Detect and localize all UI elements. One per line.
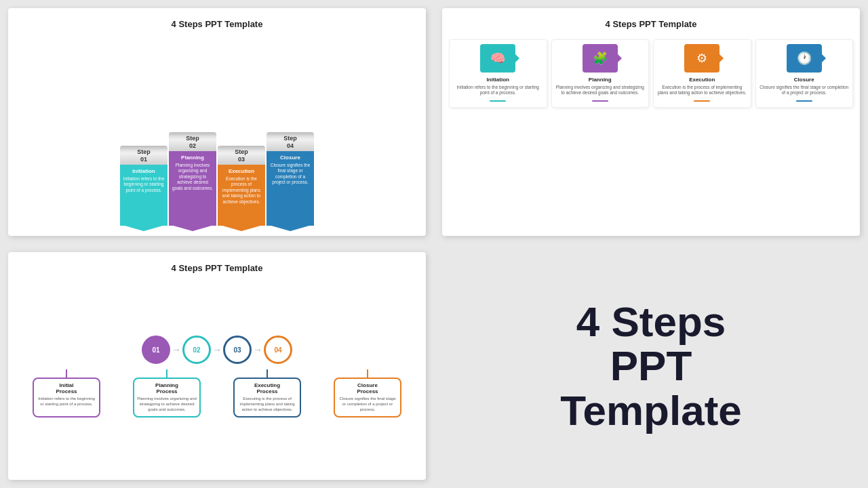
scroll-top-4: Step04 [267,132,314,151]
scroll-top-2: Step02 [169,132,216,151]
big-title-line3: Template [560,387,742,434]
slide3-content: 01 → 02 → 03 → 04 InitialProcess Initiat… [15,280,419,473]
card-4: 🕐 Closure Closure signifies the final st… [755,39,854,108]
scroll-top-1: Step01 [120,146,167,165]
ribbon-step-4: Step04 Closure Closure signifies the fin… [267,132,314,226]
card-icon-1: 🧠 [480,44,515,73]
process-box-3: ExecutingProcess Executing is the proces… [233,378,301,417]
slide2-content: 🧠 Initiation Initiation refers to the be… [449,36,853,229]
pb-title-3: ExecutingProcess [237,382,297,394]
process-box-4: ClosureProcess Closure signifies the fin… [334,378,401,417]
ribbon-heading-2: Planning [172,155,214,161]
ribbon-text-1: Initiation refers to the beginning or st… [123,176,165,193]
card-line-3 [694,100,710,102]
ribbon-body-2: Planning Planning involves organizing an… [169,151,216,226]
process-box-2: PlanningProcess Planning involves organi… [133,378,201,417]
pb-title-2: PlanningProcess [137,382,197,394]
ribbon-step-1: Step01 Initiation Initiation refers to t… [120,146,167,226]
vert-line-4 [367,369,368,378]
pb-text-1: Initiation refers to the beginning or st… [37,396,96,407]
card-title-2: Planning [589,77,612,83]
slide1-title: 4 Steps PPT Template [172,19,263,29]
card-text-1: Initiation refers to the beginning or st… [453,85,543,96]
arrow-1: → [172,344,181,355]
pb-title-4: ClosureProcess [338,382,397,394]
ribbon-body-3: Execution Execution is the process of im… [218,165,265,226]
quadrant-4: 4 Steps PPT Template [434,244,868,488]
card-title-3: Execution [689,77,715,83]
card-line-1 [490,100,506,102]
circle-2: 02 [182,336,211,364]
quadrant-1: 4 Steps PPT Template Step01 Initiation I… [0,0,434,244]
slide2-title: 4 Steps PPT Template [606,19,697,29]
ribbon-heading-4: Closure [269,155,311,161]
pb-text-2: Planning involves organizing and strateg… [137,396,197,412]
closure-icon: 🕐 [797,51,812,66]
vert-line-3 [267,369,268,378]
big-title: 4 Steps PPT Template [560,300,742,432]
card-line-2 [592,100,608,102]
step-label-1: Step01 [137,148,151,163]
big-title-line2: PPT [610,342,692,389]
step-label-2: Step02 [186,135,199,150]
ribbon-text-4: Closure signifies the final stage or com… [269,163,311,186]
ribbon-text-3: Execution is the process of implementing… [220,176,262,205]
arrow-3: → [253,344,262,355]
ribbon-heading-3: Execution [220,168,262,174]
pb-text-3: Executing is the process of implementing… [237,396,297,412]
card-line-4 [796,100,812,102]
ribbon-heading-1: Initiation [123,168,165,174]
circle-3: 03 [223,336,252,364]
step-label-4: Step04 [283,135,297,150]
ribbon-step-3: Step03 Execution Execution is the proces… [218,146,265,226]
initiation-icon: 🧠 [490,51,505,66]
card-icon-3: ⚙ [684,44,719,73]
slide-1: 4 Steps PPT Template Step01 Initiation I… [8,8,426,236]
vert-line-1 [66,369,67,378]
circle-4: 04 [264,336,292,364]
card-text-3: Execution is the process of implementing… [657,85,747,96]
arrow-2: → [212,344,222,355]
ribbon-text-2: Planning involves organizing and strateg… [172,163,214,191]
quadrant-2: 4 Steps PPT Template 🧠 Initiation Initia… [434,0,868,244]
ribbon-step-2: Step02 Planning Planning involves organi… [169,132,216,226]
pb-text-4: Closure signifies the final stage or com… [338,396,397,412]
card-title-1: Initiation [487,77,509,83]
process-box-1: InitialProcess Initiation refers to the … [33,378,100,417]
circles-row: 01 → 02 → 03 → 04 [142,336,292,364]
slide3-title: 4 Steps PPT Template [172,263,263,273]
card-text-4: Closure signifies the final stage or com… [760,85,850,96]
planning-icon: 🧩 [593,51,608,66]
slide-3: 4 Steps PPT Template 01 → 02 → 03 → 04 I… [8,252,426,480]
execution-icon: ⚙ [696,51,707,66]
slide1-content: Step01 Initiation Initiation refers to t… [15,36,419,229]
scroll-top-3: Step03 [218,146,265,165]
vert-line-2 [166,369,167,378]
circle-1: 01 [142,336,170,364]
ribbon-body-4: Closure Closure signifies the final stag… [267,151,314,226]
card-2: 🧩 Planning Planning involves organizing … [551,39,650,108]
slide-2: 4 Steps PPT Template 🧠 Initiation Initia… [442,8,860,236]
card-icon-2: 🧩 [583,44,618,73]
pb-title-1: InitialProcess [37,382,96,394]
card-1: 🧠 Initiation Initiation refers to the be… [449,39,547,108]
card-text-2: Planning involves organizing and strateg… [555,85,646,96]
big-title-line1: 4 Steps [576,298,726,345]
card-icon-4: 🕐 [787,44,822,73]
card-3: ⚙ Execution Execution is the process of … [653,39,751,108]
step-label-3: Step03 [235,148,248,163]
ribbon-body-1: Initiation Initiation refers to the begi… [120,165,167,226]
card-title-4: Closure [794,77,814,83]
quadrant-3: 4 Steps PPT Template 01 → 02 → 03 → 04 I… [0,244,434,488]
